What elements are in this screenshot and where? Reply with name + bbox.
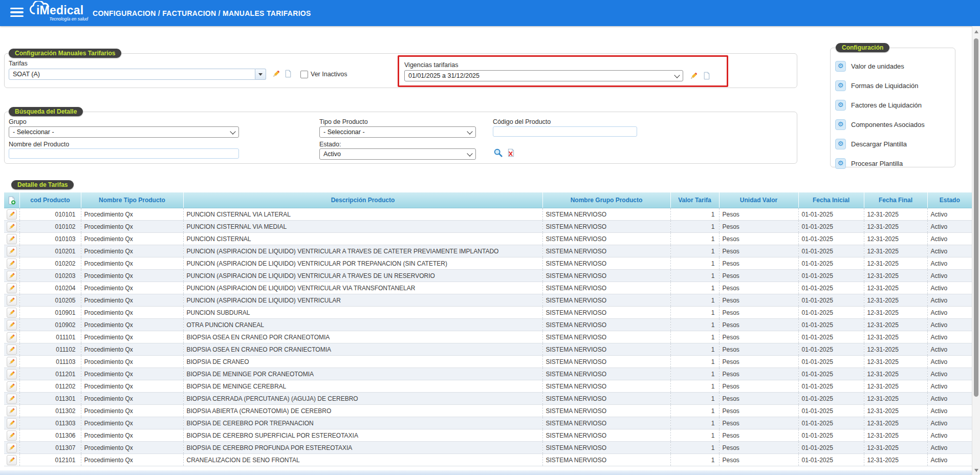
cell-unidad-valor: Pesos [719,270,798,282]
column-header-descripci-n-producto[interactable]: Descripción Producto [183,192,542,208]
breadcrumb[interactable]: CONFIGURACION / FACTURACION / MANUALES T… [93,0,311,26]
tarifas-new-button[interactable] [283,69,293,79]
edit-row-button[interactable] [7,258,17,269]
edit-row-button[interactable] [7,283,17,293]
scroll-up-arrow[interactable] [972,28,980,35]
vigencias-select[interactable]: 01/01/2025 a 31/12/2025 [404,70,683,81]
table-header-row: cod ProductoNombre Tipo ProductoDescripc… [4,192,972,208]
edit-row-button[interactable] [7,320,17,330]
cell-valor-tarifa: 1 [670,405,719,417]
grupo-label: Grupo [9,118,27,125]
cell-cod-producto: 010103 [19,233,81,245]
search-button[interactable] [493,147,503,158]
edit-row-button[interactable] [7,295,17,306]
cell-descripcion-producto: BIOPSIA CERRADA (PERCUTANEA) (AGUJA) DE … [183,393,542,405]
cell-nombre-tipo-producto: Procedimiento Qx [81,442,183,454]
column-header-nombre-tipo-producto[interactable]: Nombre Tipo Producto [81,192,183,208]
edit-row-button[interactable] [7,222,17,232]
cell-estado: Activo [927,233,972,245]
cell-estado: Activo [927,282,972,294]
column-header-nombre-grupo-producto[interactable]: Nombre Grupo Producto [542,192,670,208]
config-panel-item[interactable]: ⚙ Componentes Asociados [831,115,955,134]
cell-fecha-final: 12-31-2025 [864,307,927,319]
edit-row-button[interactable] [7,234,17,244]
nombre-producto-input[interactable] [9,148,239,159]
codigo-producto-input[interactable] [493,126,637,137]
pencil-icon [8,272,15,279]
config-panel-item[interactable]: ⚙ Descargar Plantilla [831,134,955,154]
cell-descripcion-producto: PUNCION (ASPIRACION DE LIQUIDO) VENTRICU… [183,270,542,282]
cell-nombre-tipo-producto: Procedimiento Qx [81,454,183,466]
table-row: 011302 Procedimiento Qx BIOPSIA ABIERTA … [4,405,972,417]
vigencias-new-button[interactable] [702,71,712,81]
app-logo[interactable]: iMedical Tecnología en salud [32,2,88,25]
config-panel-item-label: Componentes Asociados [851,121,925,128]
clear-search-button[interactable] [506,147,516,158]
cell-fecha-inicial: 01-01-2025 [798,294,864,307]
tarifas-edit-button[interactable] [271,69,281,79]
cell-unidad-valor: Pesos [719,393,798,405]
edit-row-button[interactable] [7,430,17,441]
table-row: 011303 Procedimiento Qx BIOPSIA DE CEREB… [4,417,972,429]
cell-valor-tarifa: 1 [670,442,719,454]
edit-row-button[interactable] [7,455,17,465]
column-header-cod-producto[interactable]: cod Producto [19,192,81,208]
cell-valor-tarifa: 1 [670,270,719,282]
config-panel-item[interactable]: ⚙ Factores de Liquidación [831,95,955,115]
pencil-icon [8,334,15,341]
edit-row-button[interactable] [7,344,17,355]
edit-row-button[interactable] [7,406,17,416]
edit-row-button[interactable] [7,418,17,428]
edit-row-button[interactable] [7,246,17,256]
pencil-icon [8,309,15,316]
config-panel-item[interactable]: ⚙ Procesar Plantilla [831,154,955,173]
column-header-unidad-valor[interactable]: Unidad Valor [719,192,798,208]
edit-row-button[interactable] [7,443,17,453]
table-row: 011102 Procedimiento Qx BIOPSIA OSEA EN … [4,343,972,356]
estado-select[interactable]: Activo [319,148,476,160]
cell-nombre-tipo-producto: Procedimiento Qx [81,270,183,282]
cell-fecha-final: 12-31-2025 [864,442,927,454]
table-row: 010902 Procedimiento Qx OTRA PUNCION CRA… [4,319,972,331]
edit-row-button[interactable] [7,332,17,342]
tipo-producto-label: Tipo de Producto [319,118,368,125]
cell-nombre-tipo-producto: Procedimiento Qx [81,221,183,233]
tarifas-dropdown-button[interactable] [255,69,266,80]
edit-row-button[interactable] [7,357,17,367]
tipo-producto-select[interactable]: - Seleccionar - [319,126,476,138]
menu-icon[interactable] [10,8,24,18]
cell-cod-producto: 010101 [19,208,81,221]
config-panel-item[interactable]: ⚙ Valor de unidades [831,56,955,76]
cell-unidad-valor: Pesos [719,356,798,368]
ver-inactivos-checkbox[interactable] [300,71,308,78]
scrollbar-thumb[interactable] [974,38,978,397]
edit-row-button[interactable] [7,308,17,318]
estado-value: Activo [323,150,341,158]
edit-row-button[interactable] [7,209,17,220]
cell-nombre-tipo-producto: Procedimiento Qx [81,282,183,294]
vigencias-edit-button[interactable] [688,71,699,81]
config-panel-item-label: Descargar Plantilla [851,140,907,148]
add-column-header[interactable] [4,192,19,208]
scroll-down-arrow[interactable] [972,467,980,474]
edit-row-button[interactable] [7,271,17,281]
column-header-fecha-inicial[interactable]: Fecha Inicial [798,192,864,208]
column-header-fecha-final[interactable]: Fecha Final [864,192,927,208]
tarifas-table: cod ProductoNombre Tipo ProductoDescripc… [4,192,972,466]
tarifas-select[interactable]: SOAT (A) [9,69,255,80]
cell-cod-producto: 011201 [19,368,81,380]
config-panel-item[interactable]: ⚙ Formas de Liquidación [831,76,955,95]
column-header-valor-tarifa[interactable]: Valor Tarifa [670,192,719,208]
cell-unidad-valor: Pesos [719,282,798,294]
grupo-select[interactable]: - Seleccionar - [9,126,239,138]
cell-descripcion-producto: BIOPSIA DE MENINGE POR CRANEOTOMIA [183,368,542,380]
cell-valor-tarifa: 1 [670,343,719,356]
edit-row-button[interactable] [7,394,17,404]
pencil-icon [8,444,15,451]
cell-cod-producto: 011306 [19,429,81,442]
column-header-estado[interactable]: Estado [927,192,972,208]
gear-icon: ⚙ [835,100,846,111]
edit-row-button[interactable] [7,369,17,379]
edit-row-button[interactable] [7,381,17,392]
horizontal-scrollbar[interactable] [0,470,980,475]
